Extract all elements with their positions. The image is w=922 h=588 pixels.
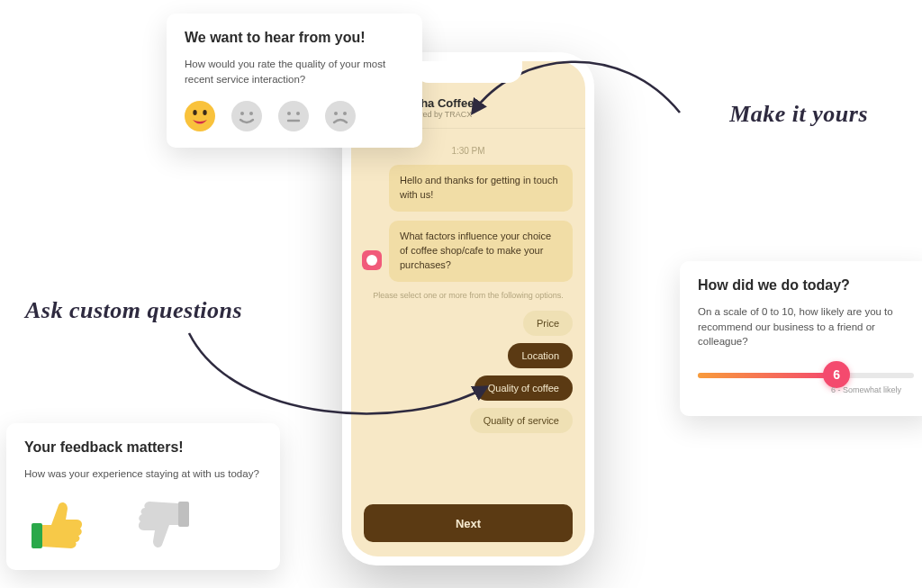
svg-point-11: [334, 112, 338, 115]
svg-point-10: [325, 101, 356, 131]
svg-point-7: [287, 112, 291, 115]
card-hear-from-you: We want to hear from you! How would you …: [167, 14, 422, 148]
emoji-rating-row: [185, 101, 404, 131]
selection-hint: Please select one or more from the follo…: [364, 291, 573, 300]
slider-fill: [698, 373, 832, 378]
annotation-make-it-yours: Make it yours: [729, 101, 868, 128]
svg-point-2: [203, 110, 206, 115]
card-question: How was your experience staying at with …: [24, 466, 262, 482]
emoji-happy-selected[interactable]: [185, 101, 215, 131]
card-title: Your feedback matters!: [24, 439, 262, 456]
slider-thumb[interactable]: 6: [823, 361, 850, 388]
svg-point-8: [296, 112, 300, 115]
next-button[interactable]: Next: [364, 504, 573, 542]
svg-point-5: [249, 112, 253, 115]
thumbs-down-icon[interactable]: [135, 496, 193, 554]
card-feedback-matters: Your feedback matters! How was your expe…: [6, 423, 280, 570]
card-question: How would you rate the quality of your m…: [185, 57, 404, 86]
emoji-sad[interactable]: [325, 101, 356, 131]
card-question: On a scale of 0 to 10, how likely are yo…: [698, 304, 914, 349]
nps-slider[interactable]: 6 6 - Somewhat likely: [698, 364, 914, 400]
annotation-ask-custom: Ask custom questions: [25, 297, 242, 324]
chat-area: 1:30 PM Hello and thanks for getting in …: [351, 135, 585, 495]
card-title: How did we do today?: [698, 277, 914, 294]
svg-point-1: [193, 110, 196, 115]
svg-point-4: [240, 112, 244, 115]
svg-rect-14: [178, 502, 189, 527]
phone-notch: [414, 61, 522, 83]
option-price[interactable]: Price: [523, 311, 573, 336]
option-quality-coffee[interactable]: Quality of coffee: [475, 375, 573, 401]
thumbs-up-icon[interactable]: [28, 496, 86, 554]
svg-point-12: [343, 112, 347, 115]
slider-caption: 6 - Somewhat likely: [831, 385, 901, 394]
card-nps: How did we do today? On a scale of 0 to …: [680, 261, 922, 416]
emoji-neutral[interactable]: [278, 101, 309, 131]
thumb-row: [24, 496, 262, 554]
option-location[interactable]: Location: [508, 343, 573, 368]
emoji-smile[interactable]: [231, 101, 262, 131]
svg-point-0: [185, 101, 215, 131]
svg-point-3: [231, 101, 262, 131]
chat-message: What factors influence your choice of co…: [389, 221, 573, 282]
svg-point-6: [278, 101, 309, 131]
chat-message: Hello and thanks for getting in touch wi…: [389, 165, 573, 212]
svg-rect-13: [32, 523, 42, 548]
answer-options: Price Location Quality of coffee Quality…: [364, 311, 573, 433]
option-quality-service[interactable]: Quality of service: [470, 408, 573, 433]
bot-avatar-icon: [362, 250, 382, 270]
card-title: We want to hear from you!: [185, 30, 404, 46]
